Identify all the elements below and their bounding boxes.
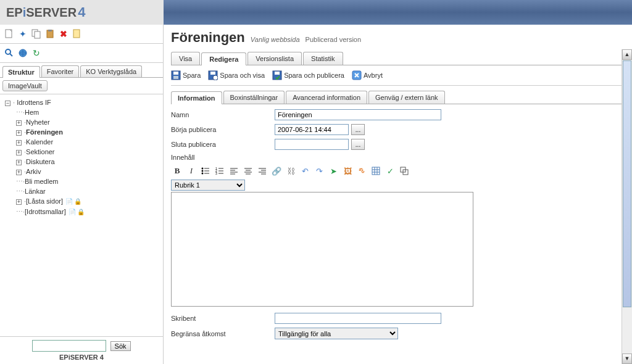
cancel-button[interactable]: Avbryt <box>352 70 383 80</box>
tree-root[interactable]: Idrottens IF <box>17 99 51 106</box>
sidebar-tabs: Struktur Favoriter KO Verktygslåda <box>0 63 163 78</box>
stop-pub-picker[interactable]: ... <box>351 139 365 150</box>
svg-rect-4 <box>48 30 52 31</box>
table-icon[interactable] <box>370 165 382 177</box>
check-icon[interactable]: ✓ <box>384 165 396 177</box>
subtab-imagevault[interactable]: ImageVault <box>2 80 48 91</box>
save-publish-button[interactable]: Spara och publicera <box>272 70 344 80</box>
align-right-icon[interactable] <box>256 165 268 177</box>
svg-text:3: 3 <box>215 172 217 175</box>
save-icon <box>171 70 181 80</box>
app-header: EPiSERVER4 <box>0 0 632 25</box>
unlink-icon[interactable]: ⛓ <box>285 165 297 177</box>
numbered-list-icon[interactable]: 123 <box>214 165 226 177</box>
svg-rect-11 <box>173 76 178 79</box>
properties-icon[interactable] <box>71 28 83 40</box>
svg-point-20 <box>202 170 204 172</box>
tree-toggle[interactable]: + <box>16 130 22 136</box>
image-icon[interactable]: 🖼 <box>341 165 354 177</box>
tree-toggle[interactable]: + <box>16 150 22 155</box>
tab-information[interactable]: Information <box>171 91 222 104</box>
start-pub-input[interactable] <box>275 124 349 135</box>
sidebar-footer: Sök EPiSERVER 4 <box>0 336 163 364</box>
tree-item-lankar[interactable]: Länkar <box>25 188 46 195</box>
link-icon[interactable]: 🔗 <box>270 165 283 177</box>
link-icon[interactable]: ✦ <box>17 28 29 40</box>
sidebar-toolbar-2: ↻ <box>0 44 163 63</box>
tree-toggle[interactable]: + <box>16 170 22 175</box>
copy-icon[interactable] <box>30 28 43 40</box>
svg-rect-2 <box>35 31 40 38</box>
header-gradient <box>164 0 632 25</box>
tab-redigera[interactable]: Redigera <box>201 52 246 65</box>
svg-line-7 <box>10 54 12 56</box>
svg-rect-42 <box>372 167 380 175</box>
editor-textarea[interactable] <box>171 192 473 307</box>
scroll-up-arrow[interactable]: ▲ <box>622 49 632 60</box>
start-pub-picker[interactable]: ... <box>351 124 365 135</box>
bold-icon[interactable]: B <box>171 165 183 177</box>
search-button[interactable]: Sök <box>110 341 131 351</box>
paste-icon[interactable] <box>44 28 56 40</box>
tree-toggle[interactable]: + <box>16 120 22 126</box>
save-label: Spara <box>183 72 201 79</box>
stop-pub-input[interactable] <box>275 139 349 150</box>
search-input[interactable] <box>32 340 106 352</box>
tree-item-hem[interactable]: Hem <box>25 109 39 116</box>
tree-item-nyheter[interactable]: Nyheter <box>26 118 50 126</box>
tree-item-foreningen[interactable]: Föreningen <box>26 128 63 136</box>
globe-icon[interactable] <box>17 47 29 59</box>
tree-item-sektioner[interactable]: Sektioner <box>26 148 54 155</box>
tab-statistik[interactable]: Statistik <box>303 52 343 65</box>
tree-item-arkiv[interactable]: Arkiv <box>26 168 41 175</box>
tab-boxinstallningar[interactable]: Boxinställningar <box>223 91 285 104</box>
tab-genvag[interactable]: Genväg / extern länk <box>368 91 445 104</box>
sidebar-subtabs: ImageVault <box>0 78 163 94</box>
align-left-icon[interactable] <box>228 165 240 177</box>
fullscreen-icon[interactable] <box>398 165 410 177</box>
tab-ko-verktygslada[interactable]: KO Verktygslåda <box>80 65 142 77</box>
name-input[interactable] <box>275 109 441 120</box>
cancel-icon <box>352 70 362 80</box>
undo-icon[interactable]: ↶ <box>299 165 311 177</box>
bullet-list-icon[interactable] <box>199 165 212 177</box>
tab-struktur[interactable]: Struktur <box>2 66 40 78</box>
special-icon[interactable]: ಌ <box>356 165 368 177</box>
redo-icon[interactable]: ↷ <box>313 165 325 177</box>
heading-select[interactable]: Rubrik 1 <box>171 180 245 191</box>
cursor-icon[interactable]: ➤ <box>327 165 339 177</box>
align-center-icon[interactable] <box>242 165 254 177</box>
tab-favoriter[interactable]: Favoriter <box>41 65 79 77</box>
main-content: Föreningen Vanlig webbsida Publicerad ve… <box>164 25 632 364</box>
vertical-scrollbar[interactable]: ▲ ▼ <box>622 49 632 364</box>
new-page-icon[interactable] <box>3 28 15 40</box>
tree-toggle[interactable]: + <box>16 160 22 165</box>
italic-icon[interactable]: I <box>185 165 198 177</box>
cancel-label: Avbryt <box>364 72 383 79</box>
tab-versionslista[interactable]: Versionslista <box>247 52 302 65</box>
save-button[interactable]: Spara <box>171 70 201 80</box>
tree-item-diskutera[interactable]: Diskutera <box>26 158 54 165</box>
tab-visa[interactable]: Visa <box>171 52 200 65</box>
search-tree-icon[interactable] <box>3 47 15 59</box>
scroll-thumb[interactable] <box>623 60 631 307</box>
tree-item-lasta-sidor[interactable]: [Låsta sidor] <box>26 197 63 205</box>
lock-icon: 🔒 <box>74 198 81 205</box>
delete-icon[interactable]: ✖ <box>57 28 70 40</box>
author-input[interactable] <box>275 313 441 324</box>
tree-toggle[interactable]: + <box>16 199 22 205</box>
tree-item-blimedlem[interactable]: Bli medlem <box>25 178 58 185</box>
tree-item-kalender[interactable]: Kalender <box>26 138 53 146</box>
access-select[interactable]: Tillgänglig för alla <box>275 328 398 339</box>
action-bar: Spara Spara och visa Spara och publicera… <box>171 65 625 86</box>
refresh-icon[interactable]: ↻ <box>30 47 43 59</box>
tab-avancerad[interactable]: Avancerad information <box>286 91 367 104</box>
svg-point-22 <box>202 173 204 175</box>
save-view-button[interactable]: Spara och visa <box>208 70 265 80</box>
tree-toggle-root[interactable]: − <box>5 101 10 106</box>
scroll-down-arrow[interactable]: ▼ <box>622 354 632 364</box>
tree-toggle[interactable]: + <box>16 140 22 146</box>
svg-rect-5 <box>73 30 80 38</box>
tree-item-idrottsmallar[interactable]: [Idrottsmallar] <box>25 208 66 215</box>
svg-point-14 <box>213 75 218 80</box>
